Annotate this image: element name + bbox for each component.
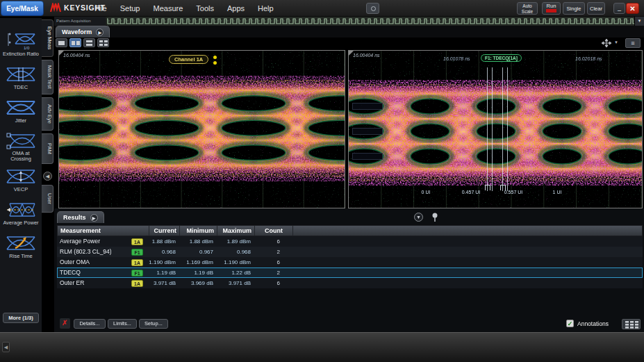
eye-diagram-panel-right[interactable]: 16.00404 ns 16.01078 ns F1: TDECQ[1A] 16… [348, 50, 643, 208]
col-measurement[interactable]: Measurement [58, 226, 149, 236]
left-panel-timestamp: 16.00404 ns [63, 53, 90, 58]
sidebar-item-oma-at-crossing[interactable]: OMA at Crossing [0, 132, 42, 162]
tdec-icon [6, 65, 36, 83]
more-measurements-button[interactable]: More (1/3) [3, 313, 39, 323]
pattern-acquisition-bar[interactable]: Pattern Acquisition ▼ [54, 17, 644, 26]
layout-quad-button[interactable] [97, 38, 109, 47]
results-table: Measurement Current Minimum Maximum Coun… [57, 225, 643, 288]
tdecq-measure-line [507, 67, 508, 191]
tab-user[interactable]: User [42, 185, 53, 213]
axis-label-0ui: 0 UI [417, 190, 435, 195]
menu-setup[interactable]: Setup [120, 4, 140, 13]
col-minimum[interactable]: Minimum [180, 226, 217, 236]
eye-level-label [352, 103, 383, 110]
tab-results[interactable]: Results ▶ [57, 211, 104, 223]
pan-move-icon[interactable] [601, 38, 612, 48]
tdecq-measure-line [502, 67, 503, 191]
sidebar-item-jitter[interactable]: Jitter [0, 99, 42, 124]
menu-measure[interactable]: Measure [153, 4, 183, 13]
setup-button[interactable]: Setup... [139, 319, 168, 329]
tdecq-measure-line [487, 67, 488, 191]
limits-button[interactable]: Limits... [108, 319, 137, 329]
vecp-icon [6, 167, 36, 186]
source-badge: F1 [131, 270, 143, 277]
rise-time-icon [6, 234, 36, 252]
sidebar-item-average-power[interactable]: Average Power [0, 201, 42, 226]
pattern-bar-dropdown[interactable]: ▼ [634, 17, 644, 26]
results-tab-menu-icon[interactable]: ▶ [90, 214, 98, 222]
single-button[interactable]: Single [563, 2, 585, 15]
table-row-outer-er[interactable]: Outer ER 1A 3.971 dB 3.969 dB 3.971 dB 6 [57, 278, 643, 288]
run-status-indicator [546, 9, 556, 13]
tab-waveform[interactable]: Waveform ▶ [56, 26, 110, 38]
col-count[interactable]: Count [255, 226, 293, 236]
close-button[interactable]: ✕ [626, 3, 639, 14]
sidebar-item-rise-time[interactable]: Rise Time [0, 234, 42, 259]
channel-label-pill[interactable]: Channel 1A [169, 55, 208, 64]
extinction-ratio-icon: 1/0 [6, 31, 36, 50]
menu-apps[interactable]: Apps [227, 4, 245, 13]
auto-scale-button[interactable]: Auto Scale [517, 2, 538, 15]
tab-mask-test[interactable]: Mask Test [42, 60, 53, 94]
axis-label-0557ui: 0.557 UI [498, 190, 529, 195]
layout-stack-button[interactable] [83, 38, 95, 47]
graph-toolbar: ▼ ≡ [54, 38, 644, 49]
pan-dropdown-icon[interactable]: ▼ [614, 40, 618, 44]
menu-bar: KEYSIGHT File Setup Measure Tools Apps H… [0, 0, 644, 17]
keysight-logo-icon [50, 3, 61, 13]
sidebar-item-extinction-ratio[interactable]: 1/0 Extinction Ratio [0, 31, 42, 57]
camera-button[interactable] [366, 3, 379, 14]
pin-icon[interactable] [431, 212, 439, 222]
sidebar-item-vecp[interactable]: VECP [0, 167, 42, 192]
axis-label-0457ui: 0.457 UI [456, 190, 486, 195]
channel-marker-dot [213, 61, 217, 65]
run-button[interactable]: Run [542, 2, 561, 15]
tab-adv-eye[interactable]: Adv Eye [42, 97, 53, 131]
table-row-tdecq[interactable]: TDECQ F1 1.19 dB 1.19 dB 1.22 dB 2 [57, 268, 643, 278]
category-tabstrip: Eye Meas Mask Test Adv Eye PAM ◀ User [42, 18, 54, 227]
layout-single-button[interactable] [56, 38, 67, 47]
function-label-pill[interactable]: F1: TDECQ[1A] [481, 54, 522, 62]
menu-file[interactable]: File [94, 4, 107, 13]
channel-marker-dot [213, 56, 217, 59]
tab-pam[interactable]: PAM [42, 133, 53, 164]
collapse-sidebar-button[interactable]: ◀ [43, 172, 52, 181]
collapse-results-icon[interactable]: ▼ [414, 213, 423, 222]
col-maximum[interactable]: Maximum [217, 226, 255, 236]
right-panel-timestamp: 16.00404 ns [353, 53, 380, 58]
col-current[interactable]: Current [149, 226, 180, 236]
results-header-row: Measurement Current Minimum Maximum Coun… [57, 225, 643, 236]
jitter-icon [6, 99, 36, 117]
table-row-rlm[interactable]: RLM (802.3 CL_94) F1 0.968 0.967 0.968 2 [57, 247, 643, 257]
oma-at-crossing-icon [6, 132, 36, 150]
workspace-tab-row: Waveform ▶ [54, 26, 644, 38]
source-badge: 1A [131, 259, 143, 266]
camera-icon [371, 6, 376, 11]
annotations-checkbox[interactable]: ✓ [566, 320, 574, 327]
minimize-button[interactable]: – [613, 3, 625, 14]
graph-menu-button[interactable]: ≡ [625, 38, 641, 48]
delete-measurement-icon[interactable]: ✗ [60, 318, 70, 329]
mode-button-eye-mask[interactable]: Eye/Mask [1, 1, 44, 16]
table-row-outer-oma[interactable]: Outer OMA 1A 1.190 dBm 1.169 dBm 1.190 d… [57, 257, 643, 268]
signals-scroll-left-button[interactable]: ◀ [2, 342, 10, 352]
menu-tools[interactable]: Tools [196, 4, 214, 13]
tdecq-measure-line [492, 67, 493, 191]
tab-eye-meas[interactable]: Eye Meas [42, 19, 53, 57]
source-badge: F1 [131, 249, 143, 256]
results-grid-button[interactable] [622, 319, 641, 329]
average-power-icon [6, 201, 36, 219]
annotations-label: Annotations [577, 320, 609, 327]
waveform-tab-menu-icon[interactable]: ▶ [96, 28, 104, 36]
menu-help[interactable]: Help [258, 4, 274, 13]
eye-diagram-panel-left[interactable]: 16.00404 ns Channel 1A [58, 50, 345, 208]
source-badge: 1A [131, 280, 143, 287]
table-row-average-power[interactable]: Average Power 1A 1.88 dBm 1.88 dBm 1.89 … [57, 236, 643, 247]
menu-items: File Setup Measure Tools Apps Help [94, 0, 274, 17]
marker-time-right: 16.02018 ns [575, 56, 602, 61]
status-bar: ◀ 1A 360 μW/ 829.0 μW D2A 200 mV/ 0 V ⚙ … [0, 332, 644, 362]
sidebar-item-tdec[interactable]: TDEC [0, 65, 42, 90]
clear-button[interactable]: Clear [587, 2, 605, 15]
layout-split-button[interactable] [69, 38, 81, 47]
details-button[interactable]: Details... [74, 319, 106, 329]
